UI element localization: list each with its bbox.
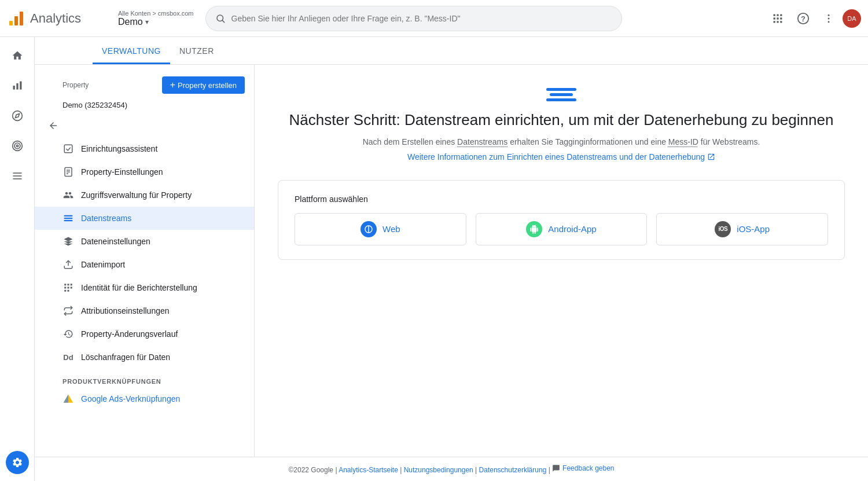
back-btn-row [35,114,254,137]
layers-icon [62,236,74,247]
nav-item-home[interactable] [3,42,31,69]
svg-rect-11 [774,21,775,23]
property-einstellungen-label: Property-Einstellungen [81,167,245,177]
create-btn-label: Property erstellen [178,81,237,90]
app-title: Analytics [30,11,81,26]
svg-line-4 [222,20,224,22]
grid-icon [62,282,74,293]
content-subtitle: Nach dem Erstellen eines Datenstreams er… [278,137,845,146]
main-content: Nächster Schritt: Datenstream einrichten… [255,65,868,457]
ds-line-2 [550,93,573,96]
platform-btn-web[interactable]: Web [295,213,466,245]
ios-platform-label: iOS-App [737,224,770,234]
account-name: Demo [118,17,143,27]
svg-text:?: ? [801,14,806,23]
svg-rect-29 [64,145,72,153]
svg-point-17 [828,17,830,19]
sidebar-menu: Einrichtungsassistent Property- [35,137,254,369]
svg-rect-5 [774,14,775,16]
history-icon [62,328,74,340]
sidebar-item-aenderungsverlauf[interactable]: Property-Änderungsverlauf [35,322,254,346]
upload-icon [62,259,74,270]
header-icons: ? DA [766,7,861,30]
svg-rect-26 [13,172,21,174]
svg-marker-47 [64,395,68,403]
zugriffsverwaltung-label: Zugriffsverwaltung für Property [81,190,245,200]
back-btn[interactable] [44,116,62,135]
sidebar-item-einrichtungsassistent[interactable]: Einrichtungsassistent [35,137,254,160]
loeschanfragen-label: Löschanfragen für Daten [81,353,245,362]
platform-title: Plattform auswählen [295,194,828,204]
avatar[interactable]: DA [843,9,861,28]
account-name-row[interactable]: Demo ▾ [118,17,194,27]
svg-rect-38 [64,284,66,285]
nav-gear-btn[interactable] [6,451,29,474]
apps-icon-btn[interactable] [766,7,789,30]
sidebar-item-property-einstellungen[interactable]: Property-Einstellungen [35,160,254,183]
ios-platform-icon: iOS [715,221,731,237]
datenstreams-label: Datenstreams [81,214,245,223]
nav-item-lists[interactable] [3,162,31,190]
footer-copyright: ©2022 Google [288,466,333,474]
footer-link-analytics[interactable]: Analytics-Startseite [339,466,398,474]
sidebar-item-loeschanfragen[interactable]: Dd Löschanfragen für Daten [35,346,254,369]
sidebar-item-datenstreams[interactable]: Datenstreams [35,207,254,230]
sidebar-item-attribution[interactable]: Attributionseinstellungen [35,299,254,322]
svg-point-18 [828,21,830,23]
produktverknuepfungen-label: PRODUKTVERKNÜPFUNGEN [35,369,254,387]
svg-rect-27 [13,175,21,177]
property-label: Property [62,81,89,89]
platform-btn-android[interactable]: Android-App [476,213,648,245]
svg-point-24 [14,143,20,149]
admin-wrapper: Property + Property erstellen Demo (3252… [35,65,868,457]
svg-rect-39 [68,284,69,285]
svg-rect-8 [774,17,775,19]
aenderungsverlauf-label: Property-Änderungsverlauf [81,329,245,339]
nav-item-explore[interactable] [3,102,31,130]
footer-link-datenschutz[interactable]: Datenschutzerklärung [479,466,547,474]
sidebar-item-datenimport[interactable]: Datenimport [35,253,254,276]
streams-icon [62,212,74,224]
tab-verwaltung[interactable]: VERWALTUNG [93,39,170,64]
feedback-icon [552,464,560,472]
search-input[interactable] [231,14,612,23]
sidebar-item-dateneinstellungen[interactable]: Dateneinstellungen [35,230,254,253]
content-icon-area [278,88,845,101]
help-icon: ? [797,12,810,25]
footer-link-nutzungsbedingungen[interactable]: Nutzungsbedingungen [404,466,473,474]
platform-btn-ios[interactable]: iOS iOS-App [656,213,828,245]
home-icon [12,50,23,61]
google-ads-label: Google Ads-Verknüpfungen [81,394,180,403]
help-icon-btn[interactable]: ? [792,7,815,30]
nav-item-advertising[interactable] [3,132,31,160]
breadcrumb: Alle Konten > cmsbox.com [118,10,194,17]
target-icon [12,140,23,152]
android-platform-label: Android-App [548,224,596,234]
footer-link-feedback[interactable]: Feedback geben [562,464,614,472]
more-info-link[interactable]: Weitere Informationen zum Einrichten ein… [407,152,715,161]
property-create-btn[interactable]: + Property erstellen [162,76,245,94]
doc-icon [62,166,74,178]
search-bar[interactable] [205,6,622,31]
logo-area: Analytics [7,9,111,28]
nav-item-reports[interactable] [3,72,31,100]
admin-sidebar: Property + Property erstellen Demo (3252… [35,65,255,457]
android-platform-icon [526,221,542,237]
sidebar-item-google-ads[interactable]: Google Ads-Verknüpfungen [35,387,254,410]
svg-rect-40 [71,284,72,285]
svg-rect-12 [777,21,778,23]
content-heading: Nächster Schritt: Datenstream einrichten… [278,111,845,130]
more-icon-btn[interactable] [817,7,840,30]
search-icon [215,13,226,24]
sidebar-item-identitaet[interactable]: Identität für die Berichterstellung [35,276,254,299]
tab-nutzer[interactable]: NUTZER [170,39,223,64]
platform-buttons: Web Android-App [295,213,828,245]
dd-icon: Dd [62,351,74,363]
svg-rect-2 [20,12,23,25]
svg-rect-13 [780,21,782,23]
apps-icon [772,13,784,24]
bar-chart-icon [12,80,23,91]
account-chevron-icon: ▾ [145,18,149,26]
sidebar-item-zugriffsverwaltung[interactable]: Zugriffsverwaltung für Property [35,183,254,207]
compass-icon [12,110,23,122]
